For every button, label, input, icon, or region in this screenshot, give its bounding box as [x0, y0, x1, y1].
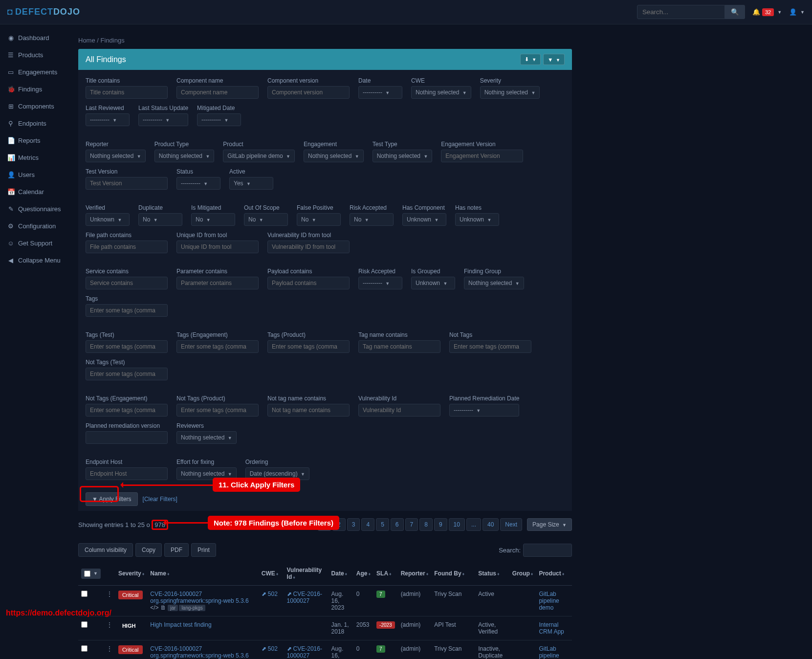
filter-input-component-name[interactable]	[176, 86, 259, 99]
row-checkbox[interactable]	[81, 645, 88, 652]
filter-input-not-tags[interactable]	[449, 340, 531, 353]
search-button[interactable]: 🔍	[725, 5, 745, 19]
table-search-input[interactable]	[523, 544, 572, 557]
breadcrumb-findings[interactable]: Findings	[101, 37, 125, 44]
filter-select-test-type[interactable]: Nothing selected ▼	[373, 150, 433, 162]
filter-select-mitigated-date[interactable]: ---------- ▼	[197, 113, 241, 126]
filter-input-vulnerability-id[interactable]	[358, 404, 440, 417]
column-header-Product[interactable]: Product♦	[536, 562, 572, 586]
external-link-icon[interactable]: ⬈	[287, 591, 292, 597]
filter-select-date[interactable]: ---------- ▼	[358, 86, 402, 99]
sidebar-item-endpoints[interactable]: ⚲Endpoints	[0, 115, 68, 132]
filter-select-out-of-scope[interactable]: No ▼	[244, 213, 288, 226]
global-search-input[interactable]	[637, 5, 725, 19]
page-10[interactable]: 10	[449, 518, 465, 531]
pdf-button[interactable]: PDF	[164, 543, 189, 557]
page-5[interactable]: 5	[376, 518, 389, 531]
column-header-SLA[interactable]: SLA♦	[373, 562, 398, 586]
filter-select-is-mitigated[interactable]: No ▼	[191, 213, 235, 226]
column-visibility-button[interactable]: Column visibility	[78, 543, 133, 557]
row-menu-icon[interactable]: ⋮	[107, 591, 112, 597]
filter-input-engagement-version[interactable]	[441, 150, 523, 162]
external-link-icon[interactable]: ⬈	[262, 591, 266, 597]
page-7[interactable]: 7	[405, 518, 418, 531]
filter-select-duplicate[interactable]: No ▼	[138, 213, 182, 226]
sidebar-item-engagements[interactable]: ▭Engagements	[0, 64, 68, 81]
column-header-col0[interactable]: ▼	[78, 562, 104, 586]
filter-input-component-version[interactable]	[267, 86, 350, 99]
filter-input-test-version[interactable]	[86, 177, 168, 190]
filter-input-title-contains[interactable]	[86, 86, 168, 99]
clear-filters-link[interactable]: [Clear Filters]	[143, 496, 177, 503]
column-header-Age[interactable]: Age♦	[353, 562, 373, 586]
column-header-Name[interactable]: Name♦	[147, 562, 259, 586]
page-Next[interactable]: Next	[500, 518, 522, 531]
column-header-Reporter[interactable]: Reporter♦	[398, 562, 432, 586]
sidebar-item-products[interactable]: ☰Products	[0, 46, 68, 64]
filter-select-product-type[interactable]: Nothing selected ▼	[154, 150, 215, 162]
external-link-icon[interactable]: ⬈	[287, 645, 292, 652]
sidebar-item-configuration[interactable]: ⚙Configuration	[0, 218, 68, 235]
column-header-Status[interactable]: Status♦	[475, 562, 509, 586]
apply-filters-button[interactable]: ▼ Apply Filters	[86, 492, 138, 506]
product-link[interactable]: Internal CRM App	[539, 621, 564, 635]
download-button[interactable]: ⬇ ▼	[520, 54, 541, 65]
filter-input-planned-remediation-version[interactable]	[86, 431, 168, 444]
select-all-checkbox[interactable]	[84, 571, 90, 577]
filter-input-endpoint-host[interactable]	[86, 467, 168, 480]
product-link[interactable]: GitLab pipeline demo	[539, 591, 559, 611]
filter-select-cwe[interactable]: Nothing selected ▼	[411, 86, 471, 99]
column-header-Found By[interactable]: Found By♦	[431, 562, 475, 586]
sidebar-item-questionnaires[interactable]: ✎Questionnaires	[0, 200, 68, 218]
row-checkbox[interactable]	[81, 621, 88, 628]
sidebar-item-users[interactable]: 👤Users	[0, 166, 68, 183]
user-menu[interactable]: 👤 ▼	[789, 8, 805, 16]
row-menu-icon[interactable]: ⋮	[107, 645, 112, 652]
filter-select-finding-group[interactable]: Nothing selected ▼	[464, 277, 524, 289]
filter-select-active[interactable]: Yes ▼	[229, 177, 273, 190]
finding-name-link[interactable]: CVE-2016-1000027 org.springframework:spr…	[150, 645, 248, 659]
filter-select-last-reviewed[interactable]: ---------- ▼	[86, 113, 130, 126]
column-header-Vulnerability Id[interactable]: Vulnerability Id♦	[284, 562, 329, 586]
filter-input-tag-name-contains[interactable]	[358, 340, 440, 353]
column-header-col1[interactable]	[104, 562, 115, 586]
filter-toggle-button[interactable]: ▼ ▼	[543, 54, 565, 65]
sidebar-item-metrics[interactable]: 📊Metrics	[0, 149, 68, 166]
filter-select-has-component[interactable]: Unknown ▼	[402, 213, 446, 226]
vuln-link[interactable]: CVE-2016-1000027	[287, 591, 322, 604]
page-3[interactable]: 3	[347, 518, 360, 531]
page-6[interactable]: 6	[391, 518, 404, 531]
sidebar-item-components[interactable]: ⊞Components	[0, 98, 68, 115]
vuln-link[interactable]: CVE-2016-1000027	[287, 645, 322, 659]
logo[interactable]: ◘ DEFECTDOJO	[7, 7, 80, 17]
filter-select-is-grouped[interactable]: Unknown ▼	[411, 277, 455, 289]
sidebar-item-get-support[interactable]: ☺Get Support	[0, 235, 68, 252]
sidebar-item-calendar[interactable]: 📅Calendar	[0, 183, 68, 200]
filter-input-tags[interactable]	[86, 304, 168, 317]
row-menu-icon[interactable]: ⋮	[107, 621, 112, 628]
filter-select-verified[interactable]: Unknown ▼	[86, 213, 130, 226]
filter-input-service-contains[interactable]	[86, 277, 168, 289]
filter-input-not-tag-name-contains[interactable]	[267, 404, 350, 417]
finding-name-link[interactable]: CVE-2016-1000027 org.springframework:spr…	[150, 591, 248, 604]
sidebar-item-collapse-menu[interactable]: ◀Collapse Menu	[0, 252, 68, 269]
filter-input-parameter-contains[interactable]	[176, 277, 259, 289]
filter-select-has-notes[interactable]: Unknown ▼	[455, 213, 499, 226]
page-...[interactable]: ...	[466, 518, 481, 531]
sidebar-item-findings[interactable]: 🐞Findings	[0, 81, 68, 98]
sidebar-item-dashboard[interactable]: ◉Dashboard	[0, 29, 68, 46]
print-button[interactable]: Print	[191, 543, 216, 557]
filter-input-payload-contains[interactable]	[267, 277, 350, 289]
row-checkbox[interactable]	[81, 591, 88, 597]
breadcrumb-home[interactable]: Home	[78, 37, 95, 44]
finding-name-link[interactable]: High Impact test finding	[150, 621, 211, 628]
filter-select-planned-remediation-date[interactable]: ---------- ▼	[449, 404, 519, 417]
filter-input-not-tags-(product)[interactable]	[176, 404, 259, 417]
filter-select-reporter[interactable]: Nothing selected ▼	[86, 150, 146, 162]
notifications-button[interactable]: 🔔 32 ▼	[752, 8, 782, 16]
filter-input-tags-(product)[interactable]	[267, 340, 350, 353]
filter-select-risk-accepted[interactable]: No ▼	[350, 213, 394, 226]
column-header-Severity[interactable]: Severity♦	[115, 562, 147, 586]
filter-input-unique-id-from-tool[interactable]	[176, 241, 259, 253]
page-4[interactable]: 4	[361, 518, 374, 531]
